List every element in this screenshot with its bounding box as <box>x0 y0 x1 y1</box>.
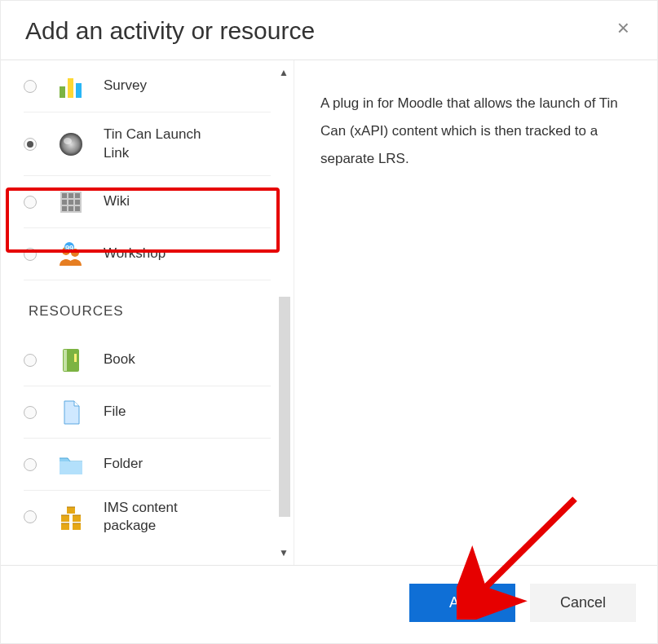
resource-label: File <box>104 403 126 421</box>
dialog-header: Add an activity or resource × <box>1 1 657 60</box>
workshop-icon: 99 <box>56 240 86 269</box>
resource-label: Book <box>104 351 135 368</box>
folder-icon <box>56 450 86 479</box>
dialog-body: ▲ ▼ Survey Tin Can L <box>1 60 657 565</box>
radio-book[interactable] <box>24 354 37 367</box>
radio-survey[interactable] <box>24 80 37 93</box>
dialog-title: Add an activity or resource <box>25 17 315 45</box>
file-icon <box>56 398 86 427</box>
activity-label: Workshop <box>104 245 166 262</box>
radio-ims[interactable] <box>24 510 37 523</box>
resource-label: IMS content package <box>104 499 226 535</box>
tincan-icon <box>56 130 86 159</box>
svg-rect-14 <box>67 507 75 514</box>
resource-label: Folder <box>104 455 143 473</box>
resource-item-book[interactable]: Book <box>24 334 271 386</box>
activity-chooser-dialog: Add an activity or resource × ▲ ▼ Survey <box>0 0 658 644</box>
svg-rect-11 <box>64 350 67 371</box>
svg-point-4 <box>64 138 72 144</box>
svg-rect-0 <box>60 86 65 98</box>
activity-label: Tin Can Launch Link <box>104 126 226 161</box>
radio-wiki[interactable] <box>24 196 37 209</box>
svg-rect-2 <box>76 83 82 98</box>
resource-item-ims[interactable]: IMS content package <box>24 491 271 543</box>
activity-list: Survey Tin Can Launch Link Wiki <box>1 60 290 565</box>
scroll-down-icon[interactable]: ▼ <box>279 547 289 558</box>
scroll-up-icon[interactable]: ▲ <box>279 67 289 78</box>
resources-heading: RESOURCES <box>24 280 271 334</box>
add-button[interactable]: Add <box>409 584 515 622</box>
radio-file[interactable] <box>24 406 37 419</box>
svg-rect-15 <box>61 515 69 522</box>
description-pane: A plug in for Moodle that allows the lau… <box>294 60 657 565</box>
svg-rect-12 <box>74 354 77 362</box>
activity-item-survey[interactable]: Survey <box>24 60 271 112</box>
svg-point-3 <box>60 133 82 156</box>
cancel-button[interactable]: Cancel <box>530 584 636 622</box>
radio-folder[interactable] <box>24 458 37 471</box>
activity-item-tincan[interactable]: Tin Can Launch Link <box>24 112 271 176</box>
activity-item-wiki[interactable]: Wiki <box>24 176 271 228</box>
svg-rect-18 <box>73 523 81 530</box>
svg-text:99: 99 <box>65 244 73 252</box>
activity-label: Survey <box>104 77 147 95</box>
dialog-footer: Add Cancel <box>1 565 657 643</box>
activity-description: A plug in for Moodle that allows the lau… <box>320 90 631 173</box>
wiki-icon <box>56 187 86 217</box>
survey-icon <box>56 72 86 101</box>
svg-rect-1 <box>68 78 73 98</box>
activity-label: Wiki <box>104 192 130 210</box>
scrollbar-thumb[interactable] <box>279 297 290 517</box>
activity-item-workshop[interactable]: 99 Workshop <box>24 228 271 280</box>
radio-workshop[interactable] <box>24 248 37 261</box>
close-button[interactable]: × <box>614 17 633 38</box>
resource-item-folder[interactable]: Folder <box>24 439 271 491</box>
resource-item-file[interactable]: File <box>24 386 271 439</box>
svg-rect-13 <box>60 461 82 474</box>
book-icon <box>56 346 86 375</box>
svg-rect-16 <box>73 515 81 522</box>
radio-tincan[interactable] <box>24 138 37 151</box>
ims-icon <box>56 502 86 532</box>
svg-rect-17 <box>61 523 69 530</box>
svg-rect-5 <box>61 192 81 212</box>
activity-list-pane: ▲ ▼ Survey Tin Can L <box>1 60 294 565</box>
